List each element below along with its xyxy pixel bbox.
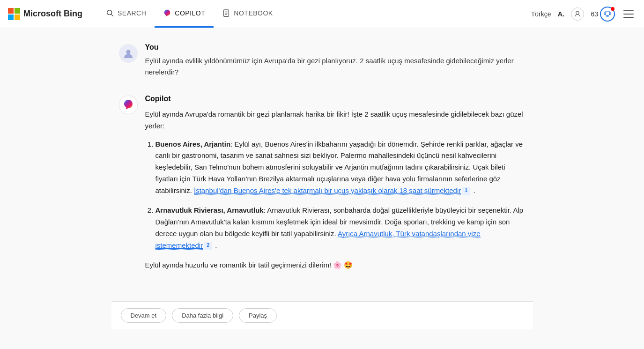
copilot-response-content: Copilot Eylül ayında Avrupa'da romantik … bbox=[145, 95, 526, 271]
svg-point-11 bbox=[126, 50, 130, 54]
item-1-after-link: . bbox=[471, 186, 475, 194]
font-size-button[interactable]: A. bbox=[557, 10, 564, 18]
tab-search[interactable]: SEARCH bbox=[97, 0, 155, 28]
tab-copilot-label: COPILOT bbox=[175, 9, 205, 17]
reward-icon-button[interactable] bbox=[600, 7, 615, 22]
hamburger-line-3 bbox=[623, 17, 634, 18]
user-avatar-icon bbox=[123, 48, 133, 59]
svg-rect-3 bbox=[15, 15, 20, 20]
copilot-response-list: Buenos Aires, Arjantin: Eylül ayı, Bueno… bbox=[145, 139, 526, 252]
bottom-action-bar: Devam et Daha fazla bilgi Paylaş bbox=[111, 301, 533, 329]
user-message-text: Eylül ayında evlilik yıldönümümüz için A… bbox=[145, 55, 526, 78]
copilot-response-block: Copilot Eylül ayında Avrupa'da romantik … bbox=[119, 95, 526, 271]
action-btn-2[interactable]: Paylaş bbox=[239, 308, 277, 323]
tab-copilot[interactable]: COPILOT bbox=[155, 0, 214, 28]
trophy-icon bbox=[604, 10, 611, 18]
citation-2[interactable]: 2 bbox=[204, 242, 212, 250]
copilot-intro-text: Eylül ayında Avrupa'da romantik bir gezi… bbox=[145, 109, 526, 132]
copilot-sender-label: Copilot bbox=[145, 95, 526, 103]
logo-text: Microsoft Bing bbox=[23, 9, 82, 19]
main-content: You Eylül ayında evlilik yıldönümümüz iç… bbox=[111, 28, 533, 301]
item-1-link[interactable]: İstanbul'dan Buenos Aires'e tek aktarmal… bbox=[194, 186, 461, 195]
copilot-avatar bbox=[119, 96, 138, 114]
tab-notebook-label: NOTEBOOK bbox=[234, 9, 273, 17]
copilot-avatar-icon bbox=[122, 99, 134, 111]
user-avatar bbox=[119, 44, 138, 63]
header: Microsoft Bing SEARCH bbox=[0, 0, 644, 28]
svg-point-10 bbox=[576, 11, 579, 14]
item-1-title: Buenos Aires, Arjantin bbox=[155, 140, 231, 148]
svg-line-5 bbox=[111, 14, 113, 16]
user-sender-label: You bbox=[145, 43, 526, 52]
action-btn-1[interactable]: Daha fazla bilgi bbox=[172, 308, 233, 323]
item-2-title: Arnavutluk Rivierası, Arnavutluk bbox=[155, 206, 264, 214]
microsoft-logo-icon bbox=[7, 7, 21, 21]
person-icon bbox=[574, 10, 581, 18]
logo[interactable]: Microsoft Bing bbox=[7, 7, 82, 21]
list-item: Buenos Aires, Arjantin: Eylül ayı, Bueno… bbox=[155, 139, 526, 197]
citation-1[interactable]: 1 bbox=[462, 187, 470, 195]
svg-rect-0 bbox=[8, 8, 14, 14]
user-message-block: You Eylül ayında evlilik yıldönümümüz iç… bbox=[119, 43, 526, 78]
notebook-icon bbox=[222, 9, 230, 17]
copilot-icon bbox=[163, 9, 171, 17]
user-message-content: You Eylül ayında evlilik yıldönümümüz iç… bbox=[145, 43, 526, 78]
reward-badge[interactable]: 63 bbox=[591, 7, 615, 22]
hamburger-line-2 bbox=[623, 14, 634, 15]
list-item: Arnavutluk Rivierası, Arnavutluk: Arnavu… bbox=[155, 205, 526, 251]
header-right: Türkçe A. 63 bbox=[531, 7, 637, 22]
tab-search-label: SEARCH bbox=[118, 9, 146, 17]
reward-count: 63 bbox=[591, 10, 598, 18]
svg-rect-2 bbox=[8, 15, 14, 20]
language-selector[interactable]: Türkçe bbox=[531, 10, 551, 18]
user-icon-button[interactable] bbox=[571, 7, 584, 21]
hamburger-menu-button[interactable] bbox=[622, 7, 637, 22]
notification-dot bbox=[611, 7, 614, 11]
hamburger-line-1 bbox=[623, 10, 634, 11]
nav-tabs: SEARCH COPILOT bbox=[97, 0, 281, 28]
svg-rect-1 bbox=[15, 8, 20, 14]
copilot-closing-text: Eylül ayında huzurlu ve romantik bir tat… bbox=[145, 260, 526, 271]
tab-notebook[interactable]: NOTEBOOK bbox=[214, 0, 281, 28]
item-2-after-link: . bbox=[213, 241, 217, 249]
search-icon bbox=[106, 9, 114, 17]
action-btn-0[interactable]: Devam et bbox=[121, 308, 167, 323]
